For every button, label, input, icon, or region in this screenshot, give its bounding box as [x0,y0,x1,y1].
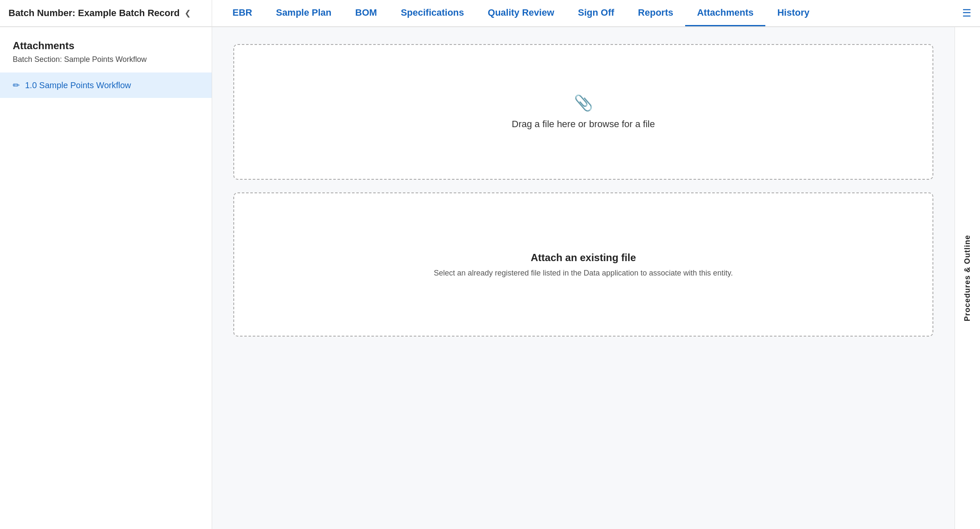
tab-specifications[interactable]: Specifications [389,0,476,26]
tab-reports[interactable]: Reports [626,0,685,26]
tab-quality_review[interactable]: Quality Review [476,0,566,26]
tab-history[interactable]: History [765,0,821,26]
collapse-icon[interactable]: ❮ [185,8,191,18]
top-nav-bar: Batch Number: Example Batch Record ❮ EBR… [0,0,980,27]
sidebar: Attachments Batch Section: Sample Points… [0,27,212,529]
batch-title-area: Batch Number: Example Batch Record ❮ [0,0,212,26]
tab-bom[interactable]: BOM [343,0,389,26]
drag-file-drop-zone[interactable]: 📎 Drag a file here or browse for a file [233,44,933,180]
sidebar-item-workflow[interactable]: ✏ 1.0 Sample Points Workflow [0,72,212,98]
right-panel[interactable]: Procedures & Outline [955,27,980,529]
menu-icon[interactable]: ☰ [962,7,972,19]
attach-existing-description: Select an already registered file listed… [434,269,733,278]
content-area: 📎 Drag a file here or browse for a file … [212,27,955,529]
nav-tabs: EBRSample PlanBOMSpecificationsQuality R… [212,0,954,26]
sidebar-header: Attachments Batch Section: Sample Points… [0,40,212,72]
tab-ebr[interactable]: EBR [221,0,264,26]
paperclip-icon: 📎 [574,94,593,112]
main-layout: Attachments Batch Section: Sample Points… [0,27,980,529]
attach-existing-title: Attach an existing file [531,252,636,264]
sidebar-subtitle: Batch Section: Sample Points Workflow [13,55,199,64]
sidebar-item-label: 1.0 Sample Points Workflow [25,81,131,90]
drag-file-text: Drag a file here or browse for a file [512,119,655,130]
batch-title: Batch Number: Example Batch Record [8,8,179,19]
tab-attachments[interactable]: Attachments [685,0,765,26]
nav-right-area: ☰ [954,0,980,26]
attach-existing-drop-zone[interactable]: Attach an existing file Select an alread… [233,192,933,337]
tab-sample_plan[interactable]: Sample Plan [264,0,343,26]
pencil-icon: ✏ [13,80,20,90]
tab-sign_off[interactable]: Sign Off [566,0,626,26]
sidebar-title: Attachments [13,40,199,52]
procedures-outline-label[interactable]: Procedures & Outline [963,235,972,321]
